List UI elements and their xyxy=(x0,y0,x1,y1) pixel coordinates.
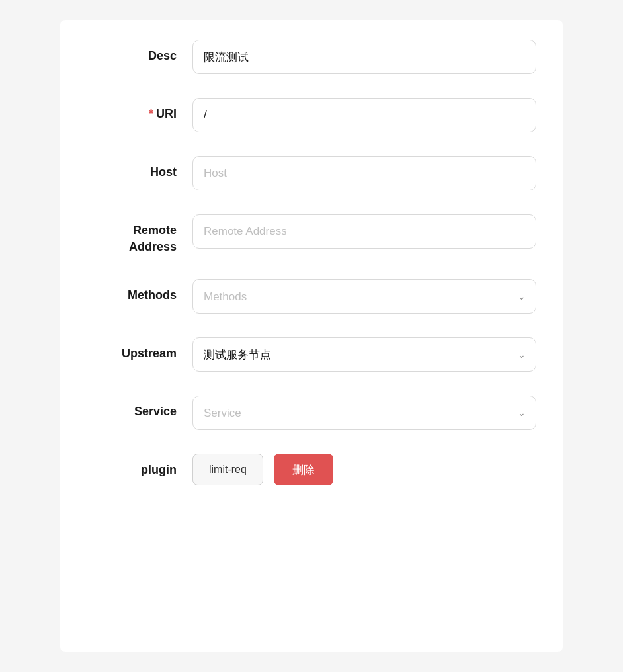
plugin-buttons: limit-req 删除 xyxy=(192,454,536,485)
uri-field xyxy=(192,98,536,132)
service-label: Service xyxy=(87,396,192,420)
upstream-select[interactable]: 测试服务节点 xyxy=(192,337,536,372)
delete-button[interactable]: 删除 xyxy=(274,454,333,485)
plugin-field: limit-req 删除 xyxy=(192,454,536,485)
host-label: Host xyxy=(87,156,192,181)
desc-input[interactable] xyxy=(192,40,536,74)
host-field xyxy=(192,156,536,190)
upstream-field: 测试服务节点 ⌄ xyxy=(192,337,536,372)
plugin-row: plugin limit-req 删除 xyxy=(87,454,536,485)
form-container: Desc *URI Host Remote Address Methods xyxy=(60,20,563,652)
methods-row: Methods Methods GET POST PUT DELETE PATC… xyxy=(87,279,536,314)
uri-label: *URI xyxy=(87,98,192,122)
remote-address-field xyxy=(192,214,536,249)
upstream-row: Upstream 测试服务节点 ⌄ xyxy=(87,337,536,372)
service-row: Service Service ⌄ xyxy=(87,396,536,430)
plugin-tag-label: limit-req xyxy=(209,464,247,476)
desc-field xyxy=(192,40,536,74)
plugin-label: plugin xyxy=(87,454,192,478)
methods-field: Methods GET POST PUT DELETE PATCH ⌄ xyxy=(192,279,536,314)
upstream-label: Upstream xyxy=(87,337,192,362)
remote-address-row: Remote Address xyxy=(87,214,536,255)
remote-address-label: Remote Address xyxy=(87,214,192,255)
plugin-tag[interactable]: limit-req xyxy=(192,454,263,485)
host-row: Host xyxy=(87,156,536,190)
host-input[interactable] xyxy=(192,156,536,190)
required-star: * xyxy=(149,107,153,120)
service-select[interactable]: Service xyxy=(192,396,536,430)
desc-label: Desc xyxy=(87,40,192,64)
service-field: Service ⌄ xyxy=(192,396,536,430)
methods-label: Methods xyxy=(87,279,192,304)
uri-row: *URI xyxy=(87,98,536,132)
uri-input[interactable] xyxy=(192,98,536,132)
remote-address-input[interactable] xyxy=(192,214,536,249)
methods-select[interactable]: Methods GET POST PUT DELETE PATCH xyxy=(192,279,536,314)
desc-row: Desc xyxy=(87,40,536,74)
delete-button-label: 删除 xyxy=(292,462,315,478)
